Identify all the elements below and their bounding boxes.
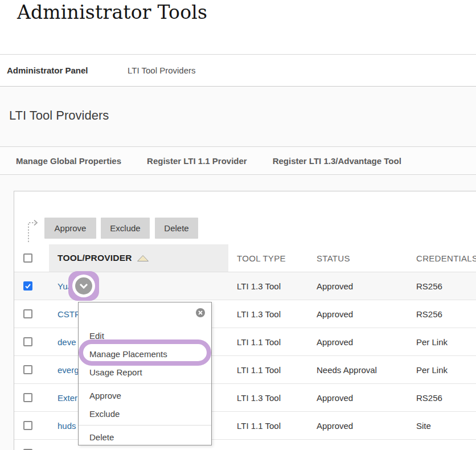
- row-checkbox[interactable]: [23, 365, 32, 374]
- row-checkbox[interactable]: [23, 337, 32, 346]
- manage-global-properties-link[interactable]: Manage Global Properties: [16, 156, 121, 166]
- context-menu-button[interactable]: [72, 275, 95, 297]
- cell-status: Approved: [308, 272, 408, 300]
- row-checkbox[interactable]: [23, 393, 32, 402]
- cell-tool-type: LTI 1.3 Tool: [228, 272, 308, 300]
- breadcrumb-admin-panel[interactable]: Administrator Panel: [7, 66, 88, 75]
- context-menu: Edit Manage Placements Usage Report Appr…: [78, 302, 212, 445]
- cell-tool-type: LTI 1.3 Tool: [228, 384, 308, 411]
- cell-status: Approved: [308, 328, 408, 355]
- table-row: YuJ LTI 1.3 Tool Approved RS256: [14, 272, 476, 300]
- register-lti13-advantage-tool-link[interactable]: Register LTI 1.3/Advantage Tool: [273, 156, 401, 166]
- approve-button[interactable]: Approve: [44, 218, 96, 239]
- menu-item-usage-report[interactable]: Usage Report: [79, 363, 211, 381]
- menu-item-delete[interactable]: Delete: [79, 428, 211, 446]
- section-heading: LTI Tool Providers: [9, 108, 109, 123]
- toolbar: Manage Global Properties Register LTI 1.…: [0, 146, 476, 175]
- provider-link[interactable]: Exter: [58, 393, 77, 403]
- select-all-checkbox[interactable]: [23, 253, 32, 263]
- provider-link[interactable]: everg: [58, 365, 79, 375]
- cell-credentials: Per Link: [408, 328, 476, 355]
- cell-status: Approved: [308, 412, 408, 439]
- row-checkbox-checked[interactable]: [23, 281, 32, 291]
- row-checkbox[interactable]: [23, 309, 32, 318]
- column-header-tool-type[interactable]: TOOL TYPE: [228, 244, 308, 272]
- breadcrumb-lti-tool-providers: LTI Tool Providers: [128, 66, 196, 75]
- cell-credentials: Site: [408, 412, 476, 439]
- content-section: LTI Tool Providers Manage Global Propert…: [0, 87, 476, 450]
- exclude-button[interactable]: Exclude: [101, 218, 150, 239]
- menu-item-manage-placements[interactable]: Manage Placements: [79, 345, 211, 363]
- cell-credentials: RS256: [408, 300, 476, 328]
- cell-credentials: Per Link: [408, 356, 476, 383]
- menu-item-approve[interactable]: Approve: [79, 386, 211, 404]
- cell-status: Approved: [308, 300, 408, 328]
- close-icon[interactable]: [196, 308, 205, 317]
- bulk-action-arrow-icon: [26, 219, 42, 243]
- cell-tool-type: LTI 1.1 Tool: [228, 412, 308, 439]
- cell-tool-type: LTI 1.1 Tool: [228, 356, 308, 383]
- breadcrumb: Administrator Panel LTI Tool Providers: [0, 54, 476, 87]
- cell-credentials: RS256: [408, 272, 476, 300]
- cell-tool-type: LTI 1.1 Tool: [228, 328, 308, 355]
- row-checkbox[interactable]: [23, 421, 32, 430]
- chevron-down-icon: [75, 277, 92, 294]
- annotation-highlight-circle: [68, 271, 99, 301]
- sort-ascending-icon: [137, 255, 149, 262]
- table-header-row: TOOL/PROVIDER TOOL TYPE STATUS CREDENTIA…: [14, 244, 476, 272]
- register-lti11-provider-link[interactable]: Register LTI 1.1 Provider: [147, 156, 247, 166]
- column-header-status[interactable]: STATUS: [308, 244, 408, 272]
- cell-status: Needs Approval: [308, 356, 408, 383]
- delete-button[interactable]: Delete: [155, 218, 198, 239]
- provider-link[interactable]: CSTP: [58, 309, 80, 319]
- page-title: Administrator Tools: [17, 1, 207, 23]
- menu-separator: [79, 425, 211, 426]
- page-header: Administrator Tools: [0, 0, 476, 54]
- provider-link[interactable]: deve: [58, 337, 76, 347]
- administrator-tools-screen: Administrator Tools Administrator Panel …: [0, 0, 476, 450]
- provider-link[interactable]: huds: [58, 421, 76, 431]
- cell-status: Approved: [308, 384, 408, 411]
- menu-separator: [79, 383, 211, 384]
- cell-tool-type: LTI 1.3 Tool: [228, 300, 308, 328]
- column-header-credentials[interactable]: CREDENTIALS: [408, 244, 476, 272]
- column-header-tool-provider[interactable]: TOOL/PROVIDER: [49, 244, 228, 272]
- menu-item-edit[interactable]: Edit: [79, 326, 211, 345]
- menu-item-exclude[interactable]: Exclude: [79, 404, 211, 423]
- cell-credentials: RS256: [408, 384, 476, 411]
